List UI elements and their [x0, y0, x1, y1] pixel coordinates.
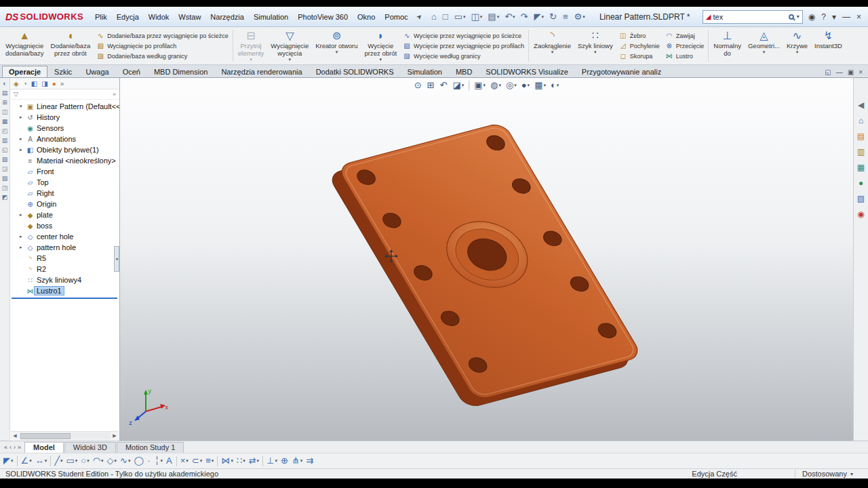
tree-item-boss[interactable]: ◆ boss: [10, 220, 119, 231]
rebuild-icon[interactable]: ↻: [547, 11, 559, 22]
view-settings-icon[interactable]: ◐ ▾: [551, 80, 559, 90]
arc-icon[interactable]: ◠ ▾: [93, 456, 104, 466]
customized-selector[interactable]: Dostosowany ▾: [795, 470, 853, 478]
tab-motion-study-1[interactable]: Motion Study 1: [117, 442, 184, 453]
toolbar-separator[interactable]: [176, 456, 177, 466]
tab-mbd-dimension[interactable]: MBD Dimension: [147, 66, 214, 77]
expander-arrow-icon[interactable]: ▸: [20, 245, 26, 250]
view-palette-icon[interactable]: ▦: [857, 163, 865, 172]
trim-elements-button[interactable]: ⊟ Przytnij elementy ▾: [235, 28, 268, 63]
tree-item-r5[interactable]: ◝ R5: [10, 253, 119, 264]
help-dropdown-icon[interactable]: ▾: [832, 12, 836, 22]
view-orientation-icon[interactable]: ▣ ▾: [474, 80, 486, 90]
new-document-icon[interactable]: □: [441, 11, 451, 22]
select-icon[interactable]: ◤ ▾: [532, 11, 546, 22]
resources-icon[interactable]: ⌂: [859, 117, 863, 125]
graphics-area[interactable]: ⊙ ⊞ ↶ ◪ ▾: [120, 78, 853, 441]
swept-boss-button[interactable]: ∿ Dodanie/baza przez wyciągnięcie po ści…: [96, 30, 229, 41]
menu-simulation[interactable]: Simulation: [249, 10, 293, 24]
configurationmanager-tab-icon[interactable]: ◧: [31, 80, 37, 87]
options-icon[interactable]: ⚙ ▾: [572, 11, 587, 22]
toolbar-separator[interactable]: [262, 456, 263, 466]
tab-mbd[interactable]: MBD: [449, 66, 479, 77]
apply-scene-icon[interactable]: ▦ ▾: [534, 80, 546, 90]
tree-item-sensors[interactable]: ◉ Sensors: [10, 123, 119, 134]
linear-pattern-button[interactable]: ∷ Szyk liniowy ▾: [574, 28, 616, 63]
scrollbar-thumb[interactable]: [20, 433, 71, 439]
rollback-bar[interactable]: [12, 298, 117, 299]
reference-geometry-button[interactable]: ◬ Geometri... ▾: [745, 28, 783, 63]
edit-appearance-icon[interactable]: ● ▾: [521, 80, 530, 90]
swept-cut-button[interactable]: ∿ Wycięcie przez wyciągnięcie po ścieżce: [403, 30, 524, 41]
hud-separator[interactable]: [469, 81, 469, 90]
hide-show-items-icon[interactable]: ◎ ▾: [506, 80, 517, 90]
instant3d-button[interactable]: ↯ Instant3D: [811, 28, 846, 63]
lofted-boss-button[interactable]: ▧ Wyciągnięcie po profilach: [96, 41, 229, 51]
minimize-icon[interactable]: —: [842, 12, 850, 22]
appearances-icon[interactable]: ●: [859, 179, 863, 188]
close-document-icon[interactable]: ×: [859, 68, 863, 76]
tree-item-front-plane[interactable]: ▱ Front: [10, 166, 119, 177]
forum-icon[interactable]: ◉: [857, 210, 864, 219]
account-icon[interactable]: ◉: [808, 12, 815, 22]
hole-wizard-button[interactable]: ⊚ Kreator otworu ▾: [312, 28, 361, 63]
menu-wstaw[interactable]: Wstaw: [174, 10, 205, 24]
expander-arrow-icon[interactable]: ▾: [20, 104, 26, 109]
text-icon[interactable]: A: [166, 456, 173, 466]
extruded-boss-button[interactable]: ▲ Wyciągnięcie dodania/bazy: [2, 28, 47, 63]
tree-item-history[interactable]: ▸ ↺ History: [10, 112, 119, 123]
tree-item-r2[interactable]: ◝ R2: [10, 264, 119, 274]
search-scope-icon[interactable]: ▾: [797, 14, 800, 20]
rectangle-icon[interactable]: ▭ ▾: [66, 456, 78, 466]
boundary-boss-button[interactable]: ▨ Dodanie/baza według granicy: [96, 51, 229, 61]
featuremanager-tab-icon[interactable]: ◈: [14, 80, 19, 87]
display-style-icon[interactable]: ◍ ▾: [490, 80, 501, 90]
draft-button[interactable]: ◿ Pochylenie: [619, 41, 660, 51]
sketch-icon[interactable]: ∠ ▾: [21, 456, 32, 466]
toolbar-separator[interactable]: [50, 456, 51, 466]
dock-tool-icon[interactable]: ⊞: [2, 99, 7, 106]
expander-arrow-icon[interactable]: ▸: [20, 212, 26, 218]
dock-tool-icon[interactable]: ▤: [2, 89, 8, 96]
dock-tool-icon[interactable]: ▦: [2, 118, 8, 125]
tree-item-lustro1[interactable]: ⋈ Lustro1: [10, 285, 119, 296]
undo-icon[interactable]: ↶ ▾: [502, 11, 517, 22]
propertymanager-tab-icon[interactable]: ◔: [23, 80, 27, 87]
tab-przygotowywanie-analiz[interactable]: Przygotowywanie analiz: [575, 66, 668, 77]
save-icon[interactable]: ◫ ▾: [469, 11, 485, 22]
scroll-last-icon[interactable]: »: [18, 444, 21, 451]
custom-properties-icon[interactable]: ▧: [857, 195, 865, 203]
tree-item-plate[interactable]: ▸ ◆ plate: [10, 209, 119, 220]
collapse-taskpane-icon[interactable]: ◀: [858, 101, 864, 110]
dock-tool-icon[interactable]: ▧: [2, 156, 8, 163]
toolbar-separator[interactable]: [217, 456, 218, 466]
design-library-icon[interactable]: ▤: [857, 132, 865, 141]
rib-button[interactable]: ◫ Żebro: [619, 30, 660, 41]
tab-narzedzia-renderowania[interactable]: Narzędzia renderowania: [214, 66, 309, 77]
plate-part-model[interactable]: [328, 122, 643, 409]
dock-tool-icon[interactable]: ◩: [2, 194, 8, 201]
zoom-area-icon[interactable]: ⊞: [427, 80, 435, 90]
tab-ocen[interactable]: Oceń: [116, 66, 147, 77]
file-properties-icon[interactable]: ≡: [561, 11, 571, 22]
restore-document-icon[interactable]: ◱: [825, 68, 831, 76]
open-icon[interactable]: ▭ ▾: [452, 11, 468, 22]
scrollbar-track[interactable]: [19, 432, 111, 440]
zoom-fit-icon[interactable]: ⊙: [414, 80, 422, 90]
quick-snaps-icon[interactable]: ⋔ ▾: [292, 456, 302, 466]
filter-funnel-icon[interactable]: ▽: [14, 91, 18, 98]
menu-plik[interactable]: Plik: [90, 10, 112, 24]
fillet-button[interactable]: ◝ Zaokrąglenie ▾: [530, 28, 574, 63]
dock-tool-icon[interactable]: ◲: [2, 165, 8, 172]
collapse-panel-arrow[interactable]: ◂: [114, 246, 119, 272]
scroll-left-icon[interactable]: ◀: [11, 433, 19, 439]
file-explorer-icon[interactable]: ▥: [857, 148, 865, 157]
circle-icon[interactable]: ○ ▾: [81, 456, 89, 466]
displaymanager-tab-icon[interactable]: ●: [52, 80, 56, 87]
tree-item-szyk-liniowy4[interactable]: ∷ Szyk liniowy4: [10, 274, 119, 285]
mirror-button[interactable]: ⋈ Lustro: [665, 51, 705, 61]
tab-dodatki-solidworks[interactable]: Dodatki SOLIDWORKS: [309, 66, 401, 77]
point-icon[interactable]: ∙: [148, 456, 151, 466]
menu-okno[interactable]: Okno: [353, 10, 380, 24]
pin-icon[interactable]: ➤: [414, 12, 424, 22]
